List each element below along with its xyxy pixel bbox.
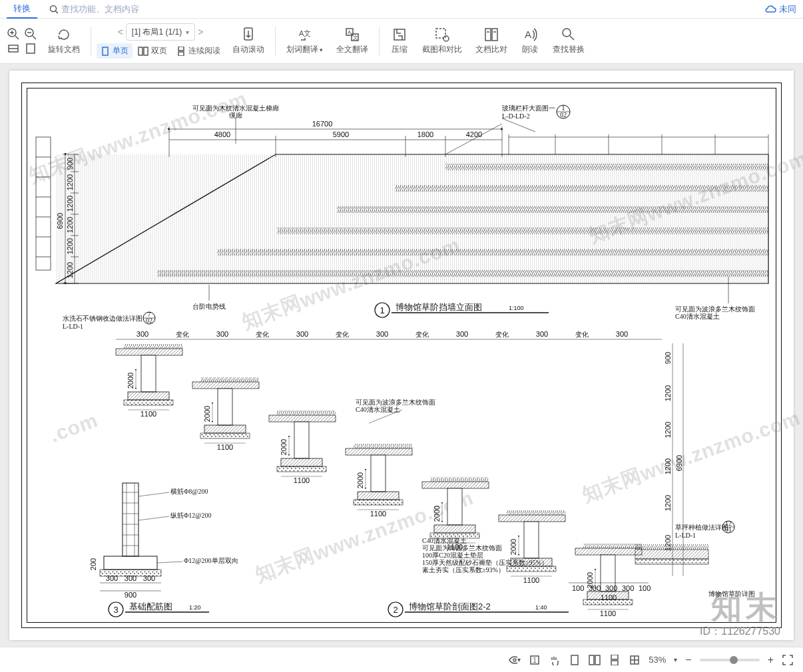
- zoom-value[interactable]: 53%: [649, 655, 666, 665]
- zoom-out-btn[interactable]: −: [685, 654, 691, 666]
- fit-page-icon[interactable]: [24, 42, 37, 55]
- svg-text:1200: 1200: [664, 458, 672, 474]
- global-search[interactable]: 查找功能、文档内容: [49, 3, 764, 15]
- rotate-doc-button[interactable]: 旋转文档: [43, 24, 85, 58]
- svg-rect-150: [358, 492, 399, 500]
- svg-text:1:20: 1:20: [189, 604, 201, 611]
- hand-tool-icon[interactable]: [549, 654, 561, 666]
- svg-rect-14: [144, 47, 148, 55]
- svg-text:1100: 1100: [601, 593, 617, 601]
- svg-rect-121: [124, 344, 182, 349]
- svg-text:6900: 6900: [675, 455, 683, 471]
- svg-rect-15: [178, 47, 184, 51]
- search-placeholder: 查找功能、文档内容: [61, 3, 139, 15]
- svg-text:1100: 1100: [370, 510, 386, 518]
- zoom-slider[interactable]: [700, 659, 760, 661]
- snip-icon: [434, 27, 450, 43]
- svg-text:草坪种植做法详图: 草坪种植做法详图: [675, 524, 728, 531]
- svg-rect-141: [281, 458, 322, 466]
- divider: [91, 27, 91, 56]
- svg-rect-28: [492, 29, 497, 41]
- svg-rect-258: [611, 655, 618, 659]
- continuous-icon: [176, 47, 186, 56]
- zoom-out-icon[interactable]: [24, 27, 37, 41]
- svg-text:2000: 2000: [433, 506, 441, 522]
- full-translate-button[interactable]: A文 全文翻译: [331, 24, 374, 58]
- single-page-button[interactable]: 单页: [97, 43, 133, 59]
- svg-rect-120: [116, 349, 182, 355]
- svg-text:1100: 1100: [217, 443, 233, 451]
- divider: [379, 27, 380, 56]
- dual-page-button[interactable]: 双页: [134, 43, 171, 59]
- single-page-icon: [101, 47, 110, 56]
- snip-compare-button[interactable]: 截图和对比: [417, 24, 467, 58]
- svg-text:可见面为波浪多兰木纹饰面C40清水混凝土: 可见面为波浪多兰木纹饰面C40清水混凝土: [675, 305, 755, 320]
- svg-rect-157: [430, 477, 489, 482]
- hover-translate-button[interactable]: A文 划词翻译▾: [281, 24, 328, 58]
- fit-width-icon[interactable]: [7, 42, 20, 55]
- fullscreen-icon[interactable]: [782, 654, 794, 666]
- read-aloud-icon: A: [522, 27, 538, 43]
- compress-button[interactable]: 压缩: [385, 24, 414, 58]
- find-replace-button[interactable]: 查找替换: [547, 24, 590, 58]
- eye-icon[interactable]: ▾: [509, 654, 521, 666]
- svg-text:L-D-LD-2: L-D-LD-2: [502, 112, 530, 120]
- svg-text:变化: 变化: [575, 331, 589, 338]
- svg-line-1: [56, 11, 59, 13]
- svg-rect-165: [499, 515, 565, 522]
- svg-text:300: 300: [605, 584, 617, 592]
- svg-text:2000: 2000: [509, 539, 517, 555]
- doc-compare-button[interactable]: 文档比对: [470, 24, 513, 58]
- svg-text:300: 300: [143, 574, 155, 582]
- tab-convert[interactable]: 转换: [7, 0, 37, 19]
- svg-text:变化: 变化: [415, 331, 429, 338]
- svg-rect-222: [123, 483, 138, 556]
- read-aloud-button[interactable]: A 朗读: [515, 24, 545, 58]
- continuous-layout-icon[interactable]: [609, 654, 621, 666]
- svg-text:1200: 1200: [66, 262, 74, 278]
- svg-text:300: 300: [106, 574, 118, 582]
- page-nav-icon[interactable]: 1: [529, 654, 541, 666]
- continuous-button[interactable]: 连续阅读: [172, 43, 224, 59]
- dual-layout-icon[interactable]: [589, 654, 601, 666]
- svg-point-252: [513, 659, 516, 661]
- svg-text:900: 900: [125, 591, 136, 599]
- svg-line-237: [157, 562, 182, 563]
- svg-text:基础配筋图: 基础配筋图: [129, 601, 172, 611]
- svg-text:16700: 16700: [312, 120, 333, 128]
- svg-rect-158: [447, 488, 462, 525]
- svg-text:1:100: 1:100: [509, 305, 524, 311]
- svg-text:水洗石不锈钢收边做法详图: 水洗石不锈钢收边做法详图: [63, 315, 142, 322]
- chevron-down-icon: ▾: [674, 656, 677, 663]
- prev-page-button[interactable]: <: [118, 27, 123, 37]
- svg-text:Φ12@200单层双向: Φ12@200单层双向: [184, 557, 238, 564]
- svg-rect-122: [141, 355, 156, 392]
- cloud-sync[interactable]: 未同: [764, 3, 796, 15]
- svg-text:2000: 2000: [127, 373, 134, 389]
- document-viewport[interactable]: 知末网www.znzmo.com 知末网www.znzmo.com 知末网www…: [0, 64, 803, 647]
- svg-text:可见面为波浪多兰木纹饰面C40清水混凝土: 可见面为波浪多兰木纹饰面C40清水混凝土: [356, 399, 435, 413]
- svg-rect-175: [583, 544, 642, 548]
- next-page-button[interactable]: >: [198, 27, 203, 37]
- zoom-in-btn[interactable]: +: [768, 654, 774, 666]
- zoom-in-icon[interactable]: [7, 27, 20, 41]
- page: 知末网www.znzmo.com 知末网www.znzmo.com 知末网www…: [9, 71, 794, 640]
- svg-line-90: [502, 118, 535, 132]
- svg-rect-147: [346, 448, 412, 455]
- svg-rect-11: [27, 44, 35, 53]
- auto-scroll-button[interactable]: 自动滚动: [227, 24, 270, 58]
- svg-text:300: 300: [456, 330, 468, 338]
- single-layout-icon[interactable]: [569, 654, 581, 666]
- doc-compare-icon: [483, 27, 499, 43]
- svg-text:博物馆草阶剖面图2-2: 博物馆草阶剖面图2-2: [409, 601, 491, 611]
- svg-text:变化: 变化: [336, 331, 349, 338]
- page-selector[interactable]: [1] 布局1 (1/1) ▾: [126, 23, 195, 41]
- fit-icon[interactable]: [629, 654, 641, 666]
- svg-line-7: [33, 36, 36, 39]
- svg-text:6900: 6900: [56, 213, 64, 229]
- svg-text:100: 100: [639, 584, 651, 592]
- svg-text:1200: 1200: [664, 422, 672, 438]
- svg-text:可见面为木纹清水混凝土梯廊缓廊: 可见面为木纹清水混凝土梯廊缓廊: [192, 104, 279, 119]
- svg-rect-48: [337, 206, 768, 213]
- svg-text:文: 文: [353, 35, 358, 41]
